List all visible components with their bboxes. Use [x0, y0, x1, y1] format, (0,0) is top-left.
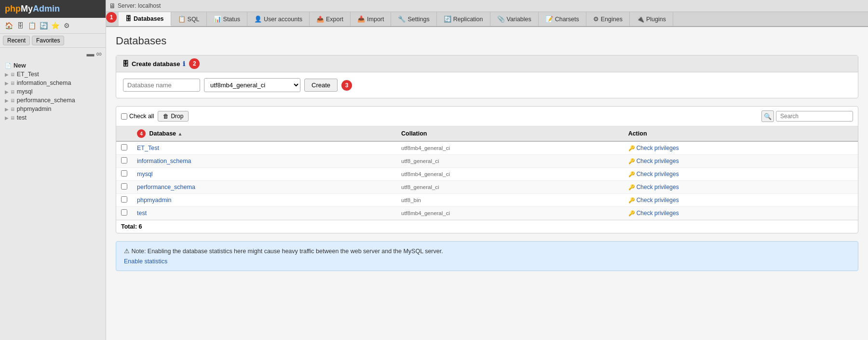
check-privileges-link[interactable]: 🔑 Check privileges — [628, 171, 679, 177]
drop-button[interactable]: 🗑 Drop — [158, 111, 189, 122]
row-collation: utf8mb4_general_ci — [396, 207, 624, 220]
db-name-link[interactable]: mysql — [137, 171, 153, 177]
create-database-button[interactable]: Create — [304, 79, 338, 92]
sidebar-item-mysql[interactable]: ▶ 🖥 mysql — [0, 87, 106, 96]
sidebar-item-information-schema[interactable]: ▶ 🖥 information_schema — [0, 79, 106, 87]
db-name-link[interactable]: phpmyadmin — [137, 197, 172, 204]
database-col-header[interactable]: 4 Database ▲ — [132, 126, 396, 141]
table-row: phpmyadmin utf8_bin 🔑 Check privileges — [116, 194, 858, 207]
table-row: information_schema utf8_general_ci 🔑 Che… — [116, 155, 858, 168]
row-checkbox[interactable] — [121, 196, 127, 203]
tab-engines-label: Engines — [601, 16, 623, 23]
check-privileges-link[interactable]: 🔑 Check privileges — [628, 158, 679, 164]
plugins-icon: 🔌 — [637, 15, 644, 23]
collapse-icon[interactable]: ▬ — [87, 50, 95, 58]
star-icon[interactable]: ⭐ — [50, 21, 60, 30]
tab-export[interactable]: 📤 Export — [310, 12, 351, 26]
page-title: Databases — [116, 35, 858, 47]
row-action: 🔑 Check privileges — [624, 194, 858, 207]
row-checkbox[interactable] — [121, 144, 127, 150]
tab-user-accounts[interactable]: 👤 User accounts — [247, 12, 310, 26]
search-icon[interactable]: 🔍 — [761, 110, 774, 122]
favorites-button[interactable]: Favorites — [32, 36, 64, 45]
home-icon[interactable]: 🏠 — [4, 21, 14, 30]
tab-import[interactable]: 📥 Import — [351, 12, 391, 26]
new-item-icon: 📄 — [5, 63, 12, 69]
select-all-col — [116, 126, 132, 141]
row-checkbox[interactable] — [121, 157, 127, 163]
check-all-text: Check all — [129, 113, 154, 120]
settings-icon[interactable]: ⚙ — [62, 21, 71, 30]
topbar: 🖥 Server: localhost — [106, 0, 868, 12]
sidebar-item-et-test[interactable]: ▶ 🖥 ET_Test — [0, 70, 106, 79]
sidebar-item-et-test-label: ET_Test — [17, 71, 39, 78]
topbar-server-label: Server: localhost — [118, 2, 161, 9]
create-database-panel: 🗄 Create database ℹ 2 utf8mb4_general_ci… — [116, 55, 858, 98]
collation-select[interactable]: utf8mb4_general_ci — [204, 78, 300, 92]
import-icon: 📥 — [357, 15, 365, 23]
search-input[interactable] — [776, 111, 853, 122]
recent-button[interactable]: Recent — [3, 36, 30, 45]
tab-databases[interactable]: 🗄 Databases — [119, 12, 171, 26]
row-db-name: information_schema — [132, 155, 396, 168]
tab-replication[interactable]: 🔄 Replication — [437, 12, 490, 26]
sidebar-item-phpmyadmin[interactable]: ▶ 🖥 phpmyadmin — [0, 105, 106, 113]
row-checkbox[interactable] — [121, 183, 127, 190]
table-row: performance_schema utf8_general_ci 🔑 Che… — [116, 181, 858, 194]
sql-icon[interactable]: 📋 — [27, 21, 37, 30]
check-privileges-link[interactable]: 🔑 Check privileges — [628, 197, 679, 204]
row-db-name: ET_Test — [132, 141, 396, 155]
expand-icon[interactable]: ∞ — [96, 50, 102, 58]
sidebar-item-phpmyadmin-label: phpmyadmin — [17, 106, 52, 112]
tab-sql[interactable]: 📋 SQL — [171, 12, 207, 26]
db-name-link[interactable]: ET_Test — [137, 145, 159, 151]
row-db-name: mysql — [132, 168, 396, 181]
check-privileges-link[interactable]: 🔑 Check privileges — [628, 145, 679, 151]
refresh-icon[interactable]: 🔄 — [39, 21, 48, 30]
db-name-link[interactable]: performance_schema — [137, 184, 195, 190]
check-all-checkbox[interactable] — [121, 113, 127, 120]
row-collation: utf8_general_ci — [396, 155, 624, 168]
status-icon: 📊 — [214, 15, 221, 23]
step-4-circle: 4 — [137, 129, 146, 138]
database-icon[interactable]: 🗄 — [15, 21, 25, 30]
check-priv-label: Check privileges — [637, 197, 679, 204]
db-name-link[interactable]: test — [137, 210, 147, 217]
check-privileges-link[interactable]: 🔑 Check privileges — [628, 184, 679, 190]
variables-icon: 📎 — [497, 15, 505, 23]
sidebar-item-new[interactable]: 📄 New — [0, 61, 106, 70]
collation-col-header[interactable]: Collation — [396, 126, 624, 141]
help-icon[interactable]: ℹ — [183, 60, 185, 68]
check-priv-icon: 🔑 — [628, 184, 635, 190]
tab-charsets[interactable]: 📝 Charsets — [539, 12, 586, 26]
tab-status[interactable]: 📊 Status — [207, 12, 247, 26]
sidebar-items: 📄 New ▶ 🖥 ET_Test ▶ 🖥 information_schema… — [0, 60, 106, 340]
tab-settings[interactable]: 🔧 Settings — [391, 12, 436, 26]
enable-statistics-link[interactable]: Enable statistics — [124, 258, 167, 265]
tab-plugins[interactable]: 🔌 Plugins — [630, 12, 673, 26]
check-all-label[interactable]: Check all — [121, 113, 154, 120]
sidebar-icon-bar: 🏠 🗄 📋 🔄 ⭐ ⚙ — [0, 18, 106, 34]
step-2-circle: 2 — [189, 58, 200, 69]
check-priv-icon: 🔑 — [628, 210, 635, 217]
check-privileges-link[interactable]: 🔑 Check privileges — [628, 210, 679, 217]
sidebar-item-performance-schema[interactable]: ▶ 🖥 performance_schema — [0, 96, 106, 105]
tab-variables[interactable]: 📎 Variables — [490, 12, 539, 26]
sidebar-item-new-label: New — [14, 62, 26, 69]
settings-tab-icon: 🔧 — [398, 15, 406, 23]
database-name-input[interactable] — [123, 79, 200, 92]
sidebar-item-test[interactable]: ▶ 🖥 test — [0, 113, 106, 122]
tab-variables-label: Variables — [507, 16, 531, 23]
action-col-label: Action — [628, 130, 647, 137]
row-action: 🔑 Check privileges — [624, 168, 858, 181]
tab-import-label: Import — [367, 16, 384, 23]
check-priv-label: Check privileges — [637, 171, 679, 177]
row-checkbox[interactable] — [121, 170, 127, 177]
server-icon: 🖥 — [109, 2, 116, 10]
db-expand-icon3: ▶ 🖥 — [5, 89, 15, 95]
tab-engines[interactable]: ⚙ Engines — [586, 12, 630, 26]
step-3-circle: 3 — [341, 80, 352, 91]
db-name-link[interactable]: information_schema — [137, 158, 191, 164]
note-box: ⚠ Note: Enabling the database statistics… — [116, 241, 858, 271]
row-checkbox[interactable] — [121, 209, 127, 216]
